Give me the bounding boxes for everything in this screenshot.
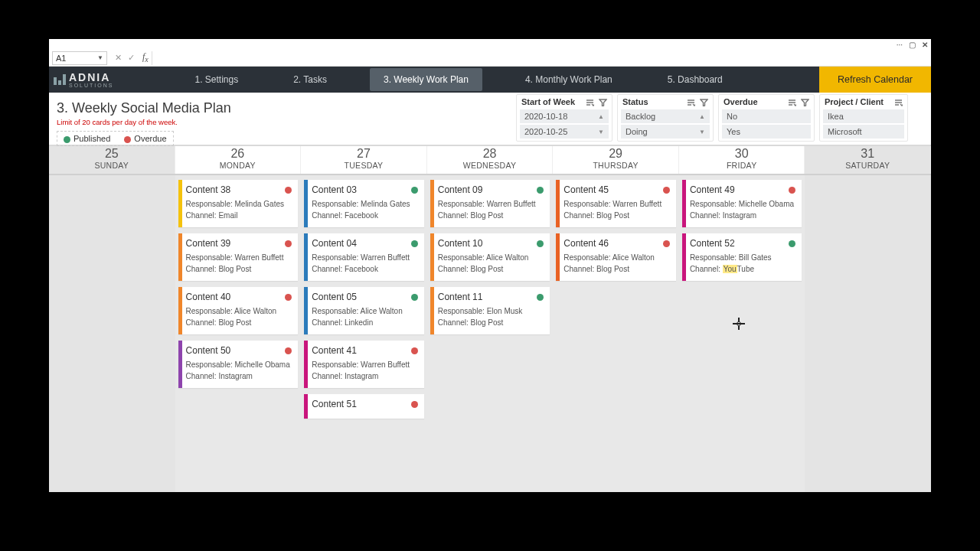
day-name: THURSDAY [553,161,678,170]
window-close-icon[interactable]: ✕ [922,41,928,49]
nav-tab[interactable]: 3. Weekly Work Plan [370,68,482,91]
content-card[interactable]: Content 40Responsable: Alice WaltonChann… [178,287,299,334]
filter-icon[interactable] [599,98,607,106]
filter-option[interactable]: Yes [722,125,811,139]
window-minimize-icon[interactable]: ··· [897,41,903,49]
app-window: ··· ▢ ✕ A1 ▼ ✕ ✓ fx ADNIA SOLUTIONS [49,39,931,492]
card-channel: Channel: Linkedin [312,318,418,327]
filter-icon[interactable] [700,98,708,106]
cell-ref-value: A1 [56,54,66,63]
filter-label: Status [622,97,648,106]
nav-tab[interactable]: 5. Dashboard [655,68,735,91]
day-header: 29THURSDAY [553,146,679,174]
content-card[interactable]: Content 38Responsable: Melinda GatesChan… [178,180,299,227]
filter-option[interactable]: 2020-10-18▲ [520,109,609,123]
nav-tab[interactable]: 2. Tasks [281,68,339,91]
filter-option[interactable]: 2020-10-25▼ [520,125,609,139]
card-channel: Channel: Instagram [186,372,292,380]
down-arrow-icon[interactable]: ▼ [699,129,705,135]
day-number: 30 [679,147,805,161]
filter-option[interactable]: Doing▼ [621,125,710,139]
filter-option[interactable]: No [722,109,811,123]
card-stripe [682,180,686,227]
cell-reference-box[interactable]: A1 ▼ [52,51,107,65]
card-responsible: Responsable: Alice Walton [186,307,292,315]
card-stripe [178,341,182,388]
card-responsible: Responsable: Warren Buffett [564,200,670,208]
filter-label: Start of Week [521,97,575,106]
filter-status: Status Backlog▲ Doing▼ [617,94,714,142]
formula-input[interactable] [152,51,931,65]
content-card[interactable]: Content 49Responsable: Michelle ObamaCha… [682,180,802,227]
card-stripe [304,394,308,419]
card-responsible: Responsable: Alice Walton [312,307,418,315]
formula-cancel-icon[interactable]: ✕ [115,53,122,63]
day-name: SATURDAY [805,161,930,170]
app-ribbon: ADNIA SOLUTIONS 1. Settings2. Tasks3. We… [49,67,931,93]
content-card[interactable]: Content 03Responsable: Melinda GatesChan… [304,180,424,227]
select-icon[interactable] [687,98,695,106]
content-card[interactable]: Content 11Responsable: Elon MuskChannel:… [430,287,550,334]
card-title: Content 09 [438,184,483,195]
card-stripe [178,233,182,281]
day-column [805,175,931,492]
select-icon[interactable] [586,98,594,106]
up-arrow-icon[interactable]: ▲ [699,113,705,120]
content-card[interactable]: Content 04Responsable: Warren BuffettCha… [304,233,424,281]
content-card[interactable]: Content 39Responsable: Warren BuffettCha… [178,233,299,281]
filter-option[interactable]: Microsoft [823,125,904,139]
status-dot-icon [285,347,292,354]
filter-option[interactable]: Ikea [823,109,904,123]
filter-option[interactable]: Backlog▲ [621,109,710,123]
nav-tab[interactable]: 1. Settings [182,68,250,91]
day-column: Content 45Responsable: Warren BuffettCha… [553,175,679,492]
content-card[interactable]: Content 50Responsable: Michelle ObamaCha… [178,341,299,388]
card-responsible: Responsable: Warren Buffett [438,200,544,208]
content-card[interactable]: Content 41Responsable: Warren BuffettCha… [304,341,424,388]
card-title: Content 51 [312,399,357,409]
select-icon[interactable] [894,98,903,106]
content-card[interactable]: Content 05Responsable: Alice WaltonChann… [304,287,424,334]
status-dot-icon [537,187,544,194]
up-arrow-icon[interactable]: ▲ [598,113,604,120]
day-number: 26 [175,147,301,161]
window-expand-icon[interactable]: ▢ [909,41,916,49]
formula-accept-icon[interactable]: ✓ [128,53,135,63]
card-title: Content 11 [438,292,483,302]
day-name: TUESDAY [301,161,426,170]
card-stripe [430,233,434,281]
card-stripe [304,233,308,281]
down-arrow-icon[interactable]: ▼ [598,129,604,135]
card-title: Content 45 [564,184,609,195]
content-card[interactable]: Content 52Responsable: Bill GatesChannel… [682,233,802,281]
filter-icon[interactable] [801,98,809,106]
card-responsible: Responsable: Michelle Obama [690,200,796,208]
day-name: FRIDAY [679,161,805,170]
day-header: 26MONDAY [175,146,302,174]
content-card[interactable]: Content 51 [304,394,424,419]
card-stripe [304,287,308,334]
filter-label: Project / Client [825,97,884,106]
select-icon[interactable] [788,98,796,106]
card-channel: Channel: Blog Post [438,265,544,273]
status-dot-icon [411,187,418,194]
content-card[interactable]: Content 09Responsable: Warren BuffettCha… [430,180,550,227]
card-channel: Channel: Email [186,211,292,220]
status-dot-icon [285,187,292,194]
card-title: Content 38 [186,184,231,195]
status-dot-icon [537,294,544,301]
card-channel: Channel: YouTube [690,265,796,273]
content-card[interactable]: Content 46Responsable: Alice WaltonChann… [556,233,676,281]
refresh-calendar-button[interactable]: Refresh Calendar [819,67,931,93]
logo-bars-icon [54,74,66,85]
status-dot-icon [663,187,670,194]
content-card[interactable]: Content 45Responsable: Warren BuffettCha… [556,180,676,227]
chevron-down-icon[interactable]: ▼ [97,54,103,61]
formula-bar: A1 ▼ ✕ ✓ fx [49,50,931,67]
day-column: Content 49Responsable: Michelle ObamaCha… [679,175,805,492]
nav-tab[interactable]: 4. Monthly Work Plan [513,68,625,91]
overdue-dot-icon [124,136,131,143]
day-name: SUNDAY [49,161,175,170]
brand-logo: ADNIA SOLUTIONS [49,67,121,93]
content-card[interactable]: Content 10Responsable: Alice WaltonChann… [430,233,550,281]
